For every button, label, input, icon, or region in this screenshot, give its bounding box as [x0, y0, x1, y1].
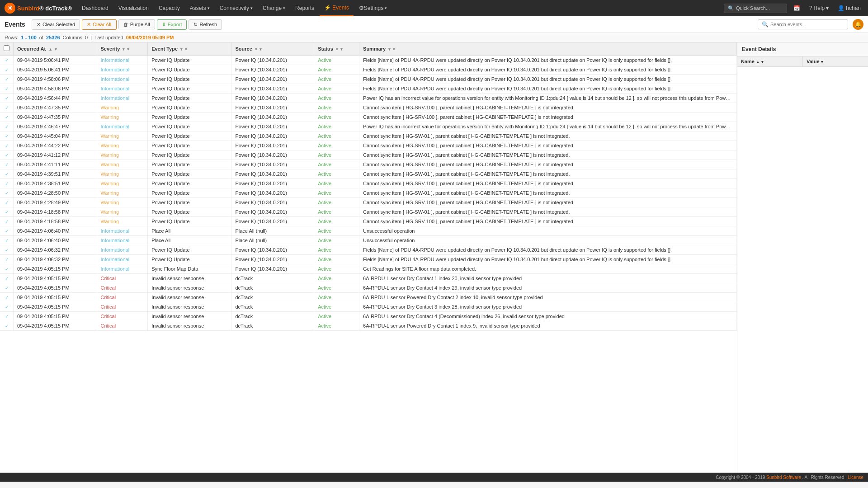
row-checkbox-cell[interactable]: ✓ — [0, 84, 14, 94]
details-name-col[interactable]: Name ▲ ▾ — [737, 56, 803, 66]
row-checkbox-cell[interactable]: ✓ — [0, 75, 14, 84]
row-checkbox-cell[interactable]: ✓ — [0, 141, 14, 150]
row-check-icon: ✓ — [5, 172, 9, 177]
help-button[interactable]: ? Help ▾ — [807, 5, 831, 11]
table-row[interactable]: ✓ 09-04-2019 4:47:35 PM Warning Power IQ… — [0, 113, 737, 122]
table-row[interactable]: ✓ 09-04-2019 4:06:32 PM Informational Po… — [0, 245, 737, 255]
row-checkbox-cell[interactable]: ✓ — [0, 65, 14, 75]
table-row[interactable]: ✓ 09-04-2019 4:39:51 PM Warning Power IQ… — [0, 169, 737, 179]
row-checkbox-cell[interactable]: ✓ — [0, 321, 14, 331]
details-value-col[interactable]: Value ▾ — [803, 56, 868, 66]
row-checkbox-cell[interactable]: ✓ — [0, 245, 14, 255]
nav-assets[interactable]: Assets▾ — [185, 0, 214, 16]
row-checkbox-cell[interactable]: ✓ — [0, 255, 14, 264]
occurred-at-label: Occurred At — [17, 46, 46, 52]
table-row[interactable]: ✓ 09-04-2019 4:05:15 PM Critical Invalid… — [0, 321, 737, 331]
purge-all-button[interactable]: 🗑 Purge All — [118, 19, 155, 29]
table-row[interactable]: ✓ 09-04-2019 4:41:11 PM Warning Power IQ… — [0, 160, 737, 169]
row-checkbox-cell[interactable]: ✓ — [0, 103, 14, 113]
nav-connectivity[interactable]: Connectivity▾ — [215, 0, 257, 16]
row-checkbox-cell[interactable]: ✓ — [0, 217, 14, 226]
table-row[interactable]: ✓ 09-04-2019 4:45:04 PM Warning Power IQ… — [0, 131, 737, 141]
row-checkbox-cell[interactable]: ✓ — [0, 302, 14, 312]
table-row[interactable]: ✓ 09-04-2019 4:06:40 PM Informational Pl… — [0, 236, 737, 245]
refresh-button[interactable]: ↻ Refresh — [189, 19, 222, 30]
table-row[interactable]: ✓ 09-04-2019 4:05:15 PM Critical Invalid… — [0, 312, 737, 321]
row-status: Active — [314, 160, 359, 169]
row-check-icon: ✓ — [5, 162, 9, 167]
col-status[interactable]: Status ▾ ▾ — [314, 42, 359, 55]
search-input[interactable] — [770, 22, 844, 27]
row-checkbox-cell[interactable]: ✓ — [0, 264, 14, 274]
table-row[interactable]: ✓ 09-04-2019 4:06:32 PM Informational Po… — [0, 255, 737, 264]
col-event-type[interactable]: Event Type ▾ ▾ — [148, 42, 231, 55]
row-checkbox-cell[interactable]: ✓ — [0, 122, 14, 131]
nav-capacity[interactable]: Capacity — [154, 0, 184, 16]
row-checkbox-cell[interactable]: ✓ — [0, 131, 14, 141]
row-checkbox-cell[interactable]: ✓ — [0, 198, 14, 207]
row-checkbox-cell[interactable]: ✓ — [0, 312, 14, 321]
row-checkbox-cell[interactable]: ✓ — [0, 179, 14, 188]
quick-search-bar[interactable]: 🔍 Quick Search... — [724, 4, 787, 13]
notification-bell[interactable]: 🔔 — [853, 19, 863, 30]
nav-reports[interactable]: Reports — [291, 0, 319, 16]
nav-settings[interactable]: ⚙ Settings▾ — [354, 0, 392, 16]
table-row[interactable]: ✓ 09-04-2019 4:46:47 PM Informational Po… — [0, 122, 737, 131]
table-row[interactable]: ✓ 09-04-2019 4:06:40 PM Informational Pl… — [0, 226, 737, 236]
row-status: Active — [314, 293, 359, 302]
row-checkbox-cell[interactable]: ✓ — [0, 169, 14, 179]
select-all-checkbox[interactable] — [4, 45, 9, 51]
table-row[interactable]: ✓ 09-04-2019 4:38:51 PM Warning Power IQ… — [0, 179, 737, 188]
table-row[interactable]: ✓ 09-04-2019 4:05:15 PM Informational Sy… — [0, 264, 737, 274]
user-menu-button[interactable]: 👤 hchan — [835, 5, 863, 11]
row-checkbox-cell[interactable]: ✓ — [0, 207, 14, 217]
brand-logo[interactable]: ☀ Sunbird® dcTrack® — [5, 3, 72, 14]
table-row[interactable]: ✓ 09-04-2019 4:28:49 PM Warning Power IQ… — [0, 198, 737, 207]
row-checkbox-cell[interactable]: ✓ — [0, 150, 14, 160]
select-all-header[interactable] — [0, 42, 14, 55]
table-row[interactable]: ✓ 09-04-2019 4:47:35 PM Warning Power IQ… — [0, 103, 737, 113]
table-row[interactable]: ✓ 09-04-2019 4:58:06 PM Informational Po… — [0, 75, 737, 84]
row-checkbox-cell[interactable]: ✓ — [0, 94, 14, 103]
nav-dashboard[interactable]: Dashboard — [77, 0, 113, 16]
table-row[interactable]: ✓ 09-04-2019 4:05:15 PM Critical Invalid… — [0, 293, 737, 302]
table-row[interactable]: ✓ 09-04-2019 5:06:41 PM Informational Po… — [0, 65, 737, 75]
nav-visualization[interactable]: Visualization — [114, 0, 153, 16]
table-row[interactable]: ✓ 09-04-2019 4:05:15 PM Critical Invalid… — [0, 283, 737, 293]
row-checkbox-cell[interactable]: ✓ — [0, 188, 14, 198]
col-severity[interactable]: Severity ▾ ▾ — [97, 42, 148, 55]
row-source: Power IQ (10.34.0.201) — [231, 169, 314, 179]
table-row[interactable]: ✓ 09-04-2019 5:06:41 PM Informational Po… — [0, 55, 737, 65]
row-checkbox-cell[interactable]: ✓ — [0, 293, 14, 302]
row-checkbox-cell[interactable]: ✓ — [0, 226, 14, 236]
company-link[interactable]: Sunbird Software — [766, 475, 801, 480]
events-search-bar[interactable]: 🔍 — [758, 19, 848, 29]
table-row[interactable]: ✓ 09-04-2019 4:05:15 PM Critical Invalid… — [0, 302, 737, 312]
export-button[interactable]: ⬇ Export — [157, 19, 187, 30]
clear-all-button[interactable]: ✕ Clear AlI — [82, 19, 117, 30]
table-row[interactable]: ✓ 09-04-2019 4:05:15 PM Critical Invalid… — [0, 274, 737, 283]
table-row[interactable]: ✓ 09-04-2019 4:56:44 PM Informational Po… — [0, 94, 737, 103]
nav-change[interactable]: Change▾ — [258, 0, 290, 16]
col-summary[interactable]: Summary ▾ ▾ — [359, 42, 737, 55]
table-row[interactable]: ✓ 09-04-2019 4:18:58 PM Warning Power IQ… — [0, 207, 737, 217]
row-checkbox-cell[interactable]: ✓ — [0, 236, 14, 245]
row-summary: Cannot sync item [ HG-SRV-100 ], parent … — [359, 160, 737, 169]
clear-selected-button[interactable]: ✕ Clear Selected — [32, 19, 80, 30]
calendar-button[interactable]: 📅 — [791, 5, 803, 11]
nav-events[interactable]: ⚡ Events — [320, 0, 354, 16]
row-checkbox-cell[interactable]: ✓ — [0, 55, 14, 65]
table-row[interactable]: ✓ 09-04-2019 4:28:50 PM Warning Power IQ… — [0, 188, 737, 198]
row-checkbox-cell[interactable]: ✓ — [0, 283, 14, 293]
row-severity: Informational — [97, 55, 148, 65]
table-row[interactable]: ✓ 09-04-2019 4:18:58 PM Warning Power IQ… — [0, 217, 737, 226]
table-row[interactable]: ✓ 09-04-2019 4:44:22 PM Warning Power IQ… — [0, 141, 737, 150]
col-occurred-at[interactable]: Occurred At ▲ ▾ — [14, 42, 97, 55]
table-row[interactable]: ✓ 09-04-2019 4:41:12 PM Warning Power IQ… — [0, 150, 737, 160]
col-source[interactable]: Source ▾ ▾ — [231, 42, 314, 55]
row-checkbox-cell[interactable]: ✓ — [0, 113, 14, 122]
row-checkbox-cell[interactable]: ✓ — [0, 160, 14, 169]
table-row[interactable]: ✓ 09-04-2019 4:58:06 PM Informational Po… — [0, 84, 737, 94]
license-link[interactable]: License — [848, 475, 863, 480]
row-checkbox-cell[interactable]: ✓ — [0, 274, 14, 283]
